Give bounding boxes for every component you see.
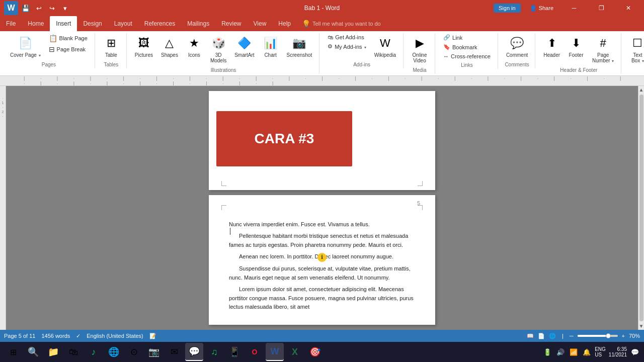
header-button[interactable]: ⬆ Header	[540, 33, 563, 60]
minimize-button[interactable]: ─	[562, 0, 586, 16]
camera-button[interactable]: 📷	[145, 343, 163, 361]
tab-home[interactable]: Home	[22, 16, 50, 31]
ribbon-content: 📄 Cover Page ▾ 📋 Blank Page ⊟ Page Break…	[0, 31, 644, 75]
cover-page-button[interactable]: 📄 Cover Page ▾	[7, 33, 44, 60]
smartart-button[interactable]: 🔷 SmartArt	[231, 33, 257, 60]
footer-button[interactable]: ⬇ Footer	[565, 33, 587, 60]
comment-button[interactable]: 💬 Comment	[503, 33, 531, 60]
store-button[interactable]: 🛍	[64, 343, 83, 361]
print-view-icon[interactable]: 📄	[538, 333, 545, 339]
online-video-icon: ▶	[412, 35, 428, 51]
tab-help[interactable]: Help	[272, 16, 297, 31]
system-tray: 🔋 🔊 📶 🔔 ENGUS 6:35 11/2021 💬	[542, 346, 640, 357]
zoom-slider-thumb[interactable]	[606, 333, 611, 338]
edge-button[interactable]: 🌐	[105, 343, 123, 361]
volume-icon[interactable]: 🔊	[555, 347, 566, 357]
redo-qat-button[interactable]: ↪	[46, 3, 57, 14]
online-video-button[interactable]: ▶ OnlineVideo	[409, 33, 431, 65]
search-button[interactable]: 🔍	[24, 343, 42, 361]
page-lower[interactable]: 5 ℹ Nunc viverra imperdiet enim. Fusce e…	[209, 195, 435, 325]
zoom-slider[interactable]	[578, 335, 618, 337]
table-button[interactable]: ⊞ Table	[100, 33, 122, 60]
customize-qat-button[interactable]: ▾	[59, 3, 70, 14]
blank-page-button[interactable]: 📋 Blank Page	[46, 33, 91, 43]
document-area[interactable]: CARA #3 5 ℹ Nunc viverra imperdiet eni	[6, 86, 638, 330]
titlebar: W 💾 ↩ ↪ ▾ Bab 1 - Word Sign in 👤 Share ─…	[0, 0, 644, 16]
text-box-button[interactable]: ☐ TextBox ▾	[626, 33, 644, 65]
tab-mailings[interactable]: Mailings	[181, 16, 215, 31]
statusbar-right: 📖 📄 🌐 | ─ + 70%	[527, 333, 640, 339]
read-view-icon[interactable]: 📖	[527, 333, 534, 339]
zoom-out-button[interactable]: ─	[570, 333, 574, 339]
tab-file[interactable]: File	[0, 16, 22, 31]
shapes-button[interactable]: △ Shapes	[158, 33, 181, 60]
vertical-scrollbar[interactable]: ▲ ▼	[638, 86, 644, 330]
smart-tag-icon[interactable]: ℹ	[317, 253, 327, 262]
web-view-icon[interactable]: 🌐	[549, 333, 556, 339]
network-icon[interactable]: 📶	[569, 347, 579, 357]
page-break-button[interactable]: ⊟ Page Break	[46, 44, 91, 54]
page-upper: CARA #3	[209, 91, 435, 190]
wikipedia-icon: W	[377, 35, 393, 51]
share-icon: 👤	[530, 5, 537, 12]
tab-view[interactable]: View	[248, 16, 273, 31]
wikipedia-button[interactable]: W Wikipedia	[371, 33, 399, 60]
signin-button[interactable]: Sign in	[494, 4, 521, 13]
get-addins-button[interactable]: 🛍 Get Add-ins	[325, 33, 369, 41]
header-icon: ⬆	[544, 35, 560, 51]
zoom-in-button[interactable]: +	[622, 333, 625, 339]
tab-review[interactable]: Review	[215, 16, 247, 31]
blank-page-icon: 📋	[49, 34, 57, 42]
notification-icon[interactable]: 🔔	[582, 347, 592, 357]
bookmark-button[interactable]: 🔖 Bookmark	[440, 43, 494, 51]
cara-slide: CARA #3	[216, 111, 352, 166]
tab-layout[interactable]: Layout	[108, 16, 138, 31]
file-explorer-button[interactable]: 📁	[44, 343, 62, 361]
chrome-button[interactable]: ⊙	[125, 343, 143, 361]
restore-button[interactable]: ❐	[590, 0, 613, 16]
horizontal-ruler: | · | · | · | · | · | · | · | · | · | · …	[0, 76, 644, 86]
cross-reference-button[interactable]: ↔ Cross-reference	[440, 52, 494, 60]
tab-references[interactable]: References	[138, 16, 181, 31]
spell-check-icon[interactable]: ✓	[76, 333, 80, 339]
greenshot-button[interactable]: 🎯	[306, 343, 324, 361]
teams-button[interactable]: 💬	[185, 343, 203, 361]
battery-icon: 🔋	[542, 347, 552, 357]
whatsapp-button[interactable]: 📱	[225, 343, 244, 361]
share-button[interactable]: 👤 Share	[525, 4, 558, 13]
ribbon: File Home Insert Design Layout Reference…	[0, 16, 644, 76]
mail-button[interactable]: ✉	[165, 343, 183, 361]
excel-taskbar-button[interactable]: X	[286, 343, 304, 361]
ribbon-group-illustrations: 🖼 Pictures △ Shapes ★ Icons 🎲 3DModels 🔷	[128, 33, 319, 74]
zoom-level: 70%	[629, 333, 640, 339]
word-logo: W	[4, 1, 18, 15]
notifications-panel[interactable]: 💬	[630, 347, 640, 357]
pictures-button[interactable]: 🖼 Pictures	[132, 33, 156, 60]
tab-insert[interactable]: Insert	[50, 16, 77, 31]
zoom-separator: |	[562, 333, 564, 339]
save-qat-button[interactable]: 💾	[20, 3, 31, 14]
scroll-down-button[interactable]: ▼	[638, 322, 644, 330]
undo-qat-button[interactable]: ↩	[33, 3, 44, 14]
spotify-button[interactable]: ♫	[205, 343, 223, 361]
tab-design[interactable]: Design	[77, 16, 108, 31]
addins-group-label: Add-ins	[353, 62, 370, 68]
page-break-icon: ⊟	[49, 45, 55, 53]
my-addins-button[interactable]: ⚙ My Add-ins ▾	[325, 42, 369, 51]
media-group-label: Media	[413, 67, 426, 74]
chart-button[interactable]: 📊 Chart	[260, 33, 282, 60]
start-button[interactable]: ⊞	[4, 343, 22, 361]
header-footer-group-label: Header & Footer	[560, 67, 597, 74]
3d-models-button[interactable]: 🎲 3DModels	[207, 33, 229, 65]
link-button[interactable]: 🔗 Link	[440, 33, 494, 42]
screenshot-button[interactable]: 📷 Screenshot	[284, 33, 315, 60]
word-taskbar-button[interactable]: W	[266, 343, 284, 361]
opera-button[interactable]: O	[246, 343, 264, 361]
search-box-label[interactable]: Tell me what you want to do	[312, 21, 381, 27]
icons-button[interactable]: ★ Icons	[183, 33, 205, 60]
music-button[interactable]: ♪	[85, 343, 103, 361]
scroll-up-button[interactable]: ▲	[638, 86, 644, 94]
scroll-thumb[interactable]	[639, 95, 643, 321]
page-number-button[interactable]: # PageNumber ▾	[589, 33, 617, 65]
close-button[interactable]: ✕	[617, 0, 640, 16]
